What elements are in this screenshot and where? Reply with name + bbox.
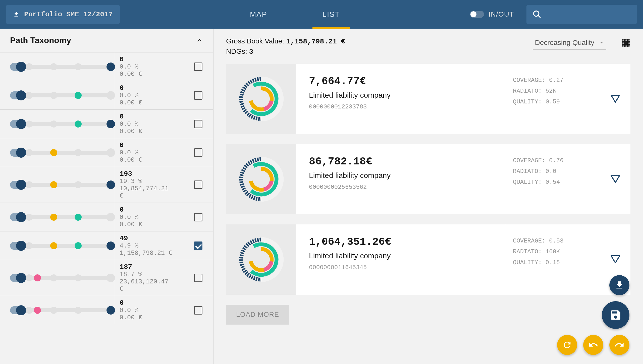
card-id: 0000000011645345: [309, 264, 492, 271]
undo-fab[interactable]: [583, 335, 603, 355]
taxonomy-track[interactable]: [29, 183, 111, 187]
taxonomy-checkbox[interactable]: [194, 241, 202, 250]
select-all-icon[interactable]: [621, 38, 630, 47]
taxonomy-value-eur: 0.00 €: [120, 221, 176, 228]
card-stats: COVERAGE: 0.76 RADIATO: 0.0 QUALITY: 0.5…: [505, 144, 600, 214]
taxonomy-track[interactable]: [29, 93, 111, 97]
taxonomy-checkbox[interactable]: [194, 274, 202, 282]
taxonomy-toggle[interactable]: [10, 213, 25, 221]
taxonomy-count: 0: [120, 84, 176, 92]
svg-point-6: [627, 40, 628, 40]
save-fab[interactable]: [602, 301, 629, 329]
taxonomy-values: 0 0.0 % 0.00 €: [115, 138, 183, 167]
triangle-down-icon: [611, 255, 620, 264]
taxonomy-row: 0 0.0 % 0.00 €: [0, 203, 213, 231]
taxonomy-count: 0: [120, 299, 176, 307]
track-dot: [50, 92, 57, 99]
svg-line-1: [538, 16, 541, 18]
card-amount: 7,664.77€: [309, 75, 492, 87]
card-expand-button[interactable]: [600, 64, 630, 134]
taxonomy-row: 0 0.0 % 0.00 €: [0, 296, 213, 324]
taxonomy-values: 0 0.0 % 0.00 €: [115, 81, 183, 109]
taxonomy-check-cell: [183, 203, 213, 231]
svg-point-4: [624, 40, 625, 40]
redo-fab[interactable]: [609, 335, 629, 355]
taxonomy-track[interactable]: [29, 244, 111, 248]
taxonomy-toggle[interactable]: [10, 242, 25, 250]
taxonomy-count: 187: [120, 263, 176, 271]
taxonomy-toggle[interactable]: [10, 91, 25, 99]
refresh-icon: [562, 340, 572, 350]
taxonomy-controls: [0, 138, 115, 167]
triangle-down-icon: [611, 95, 620, 103]
taxonomy-track[interactable]: [29, 276, 111, 280]
coverage-label: COVERAGE:: [513, 157, 546, 164]
taxonomy-count: 49: [120, 234, 176, 242]
taxonomy-check-cell: [183, 231, 213, 260]
card-stats: COVERAGE: 0.27 RADIATO: 52K QUALITY: 0.5…: [505, 64, 600, 134]
taxonomy-toggle[interactable]: [10, 120, 25, 128]
taxonomy-controls: [0, 167, 115, 203]
taxonomy-checkbox[interactable]: [194, 63, 202, 71]
taxonomy-toggle[interactable]: [10, 274, 25, 282]
track-dot: [50, 307, 57, 314]
track-dot: [34, 274, 41, 281]
refresh-fab[interactable]: [557, 335, 577, 355]
track-dot: [106, 148, 115, 157]
taxonomy-toggle[interactable]: [10, 181, 25, 189]
coverage-label: COVERAGE:: [513, 77, 546, 84]
taxonomy-track[interactable]: [29, 215, 111, 219]
taxonomy-header[interactable]: Path Taxonomy: [0, 29, 213, 52]
track-dot: [106, 63, 115, 71]
taxonomy-track[interactable]: [29, 65, 111, 69]
taxonomy-row: 0 0.0 % 0.00 €: [0, 52, 213, 81]
taxonomy-check-cell: [183, 52, 213, 81]
taxonomy-checkbox[interactable]: [194, 213, 202, 221]
track-dot: [26, 63, 33, 70]
taxonomy-values: 0 0.0 % 0.00 €: [115, 203, 183, 231]
taxonomy-controls: [0, 231, 115, 260]
chevron-up-icon: [196, 37, 203, 44]
card-id: 0000000012233783: [309, 103, 492, 110]
taxonomy-toggle[interactable]: [10, 63, 25, 71]
sort-select[interactable]: Decreasing Quality: [533, 36, 606, 50]
taxonomy-checkbox[interactable]: [194, 91, 202, 100]
search-input[interactable]: [526, 5, 637, 24]
taxonomy-row: 49 4.9 % 1,158,798.21 €: [0, 231, 213, 260]
tab-map[interactable]: MAP: [250, 0, 267, 29]
taxonomy-checkbox[interactable]: [194, 148, 202, 157]
radiato-value: 160K: [546, 248, 560, 255]
taxonomy-value-eur: 10,854,774.21 €: [120, 185, 176, 200]
taxonomy-track[interactable]: [29, 122, 111, 126]
summary-row: Gross Book Value: 1,158,798.21 € NDGs: 3…: [226, 36, 630, 57]
quality-label: QUALITY:: [513, 179, 542, 186]
card-expand-button[interactable]: [600, 144, 630, 214]
taxonomy-check-cell: [183, 167, 213, 203]
card-amount: 1,064,351.26€: [309, 236, 492, 248]
main-area: Path Taxonomy 0 0.0 % 0.00 €: [0, 29, 643, 364]
svg-point-16: [626, 46, 626, 46]
track-dot: [75, 63, 82, 70]
portfolio-upload-button[interactable]: Portfolio SME 12/2017: [6, 5, 120, 24]
taxonomy-track[interactable]: [29, 308, 111, 312]
taxonomy-checkbox[interactable]: [194, 120, 202, 128]
track-dot: [26, 149, 33, 156]
taxonomy-track[interactable]: [29, 151, 111, 155]
svg-point-17: [627, 46, 628, 46]
dropdown-icon: [599, 40, 604, 45]
download-fab[interactable]: [609, 275, 629, 295]
track-dot: [50, 214, 57, 221]
taxonomy-toggle[interactable]: [10, 306, 25, 314]
taxonomy-checkbox[interactable]: [194, 180, 202, 189]
radiato-value: 0.0: [546, 168, 556, 175]
taxonomy-percent: 0.0 %: [120, 92, 176, 99]
taxonomy-value-eur: 0.00 €: [120, 314, 176, 321]
inout-toggle[interactable]: [470, 11, 484, 18]
load-more-button[interactable]: LOAD MORE: [226, 305, 289, 325]
taxonomy-values: 0 0.0 % 0.00 €: [115, 110, 183, 138]
taxonomy-checkbox[interactable]: [194, 306, 202, 315]
taxonomy-toggle[interactable]: [10, 149, 25, 157]
tab-list[interactable]: LIST: [323, 0, 340, 29]
taxonomy-value-eur: 23,613,120.47 €: [120, 278, 176, 293]
svg-point-12: [623, 44, 623, 45]
